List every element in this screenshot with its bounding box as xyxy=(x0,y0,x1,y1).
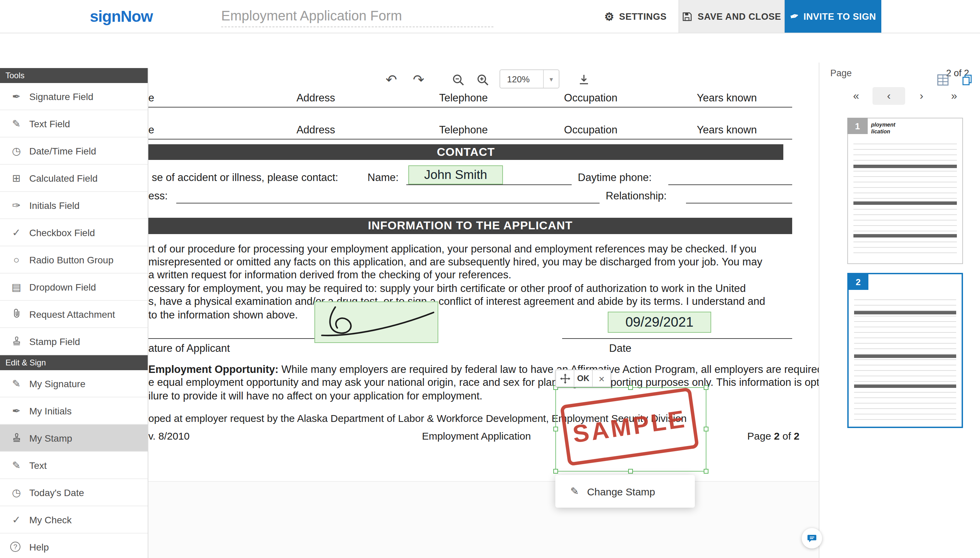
sidebar-item-checkbox-field[interactable]: ✓ Checkbox Field xyxy=(0,219,148,246)
sidebar-item-my-signature[interactable]: ✎ My Signature xyxy=(0,370,148,397)
sidebar-item-label: Radio Button Group xyxy=(29,254,114,265)
edit-sign-header: Edit & Sign xyxy=(0,355,148,370)
next-page-button[interactable]: › xyxy=(905,87,938,105)
sidebar-item-dropdown-field[interactable]: ▤ Dropdown Field xyxy=(0,274,148,301)
sidebar-item-datetime-field[interactable]: ◷ Date/Time Field xyxy=(0,138,148,165)
question-mark: ? xyxy=(10,542,20,552)
sidebar-item-calculated-field[interactable]: ⊞ Calculated Field xyxy=(0,165,148,192)
pages-panel: Page 2 of 2 « ‹ › » 1 ployment lication … xyxy=(819,62,980,558)
page-indicator: Page 2 of 2 xyxy=(747,430,799,441)
thumbnail-2-content xyxy=(854,295,956,421)
sidebar-item-my-initials[interactable]: ✒ My Initials xyxy=(0,397,148,425)
paragraph-line: s, have a physical examination and/or a … xyxy=(148,295,765,308)
thumbnail-1-title: ployment lication xyxy=(871,122,895,135)
name-label: Name: xyxy=(368,171,399,184)
col-header-address: Address xyxy=(296,92,335,104)
form-line xyxy=(176,203,599,204)
sidebar-item-label: Stamp Field xyxy=(29,336,80,347)
thumb-section-bar xyxy=(854,234,957,238)
sidebar-item-my-check[interactable]: ✓ My Check xyxy=(0,506,148,533)
sidebar-item-signature-field[interactable]: ✒ Signature Field xyxy=(0,83,148,110)
save-icon xyxy=(682,11,692,21)
chat-widget-button[interactable] xyxy=(802,528,822,548)
date-field-filled[interactable]: 09/29/2021 xyxy=(608,312,711,333)
save-and-close-button[interactable]: SAVE AND CLOSE xyxy=(678,0,785,33)
selection-handle[interactable] xyxy=(704,427,708,432)
prev-page-button[interactable]: ‹ xyxy=(872,87,905,105)
selection-handle[interactable] xyxy=(553,427,558,432)
sample-stamp[interactable]: SAMPLE xyxy=(560,387,699,466)
footer-title: Employment Application xyxy=(422,430,531,441)
fields-panel-button[interactable] xyxy=(934,71,951,89)
sidebar-item-todays-date[interactable]: ◷ Today's Date xyxy=(0,479,148,506)
signature-field-filled[interactable] xyxy=(314,302,438,343)
radio-circle-icon: ○ xyxy=(10,254,23,265)
sidebar-item-help[interactable]: ? Help xyxy=(0,533,148,558)
signature-caption: ature of Applicant xyxy=(148,342,230,354)
checkmark-icon: ✓ xyxy=(10,514,23,526)
zoom-in-button[interactable] xyxy=(474,71,491,89)
undo-button[interactable]: ↶ xyxy=(382,71,400,89)
contact-prefix: se of accident or illness, please contac… xyxy=(152,171,338,184)
sidebar-item-label: Request Attachment xyxy=(29,309,115,320)
col-header-occupation: Occupation xyxy=(564,124,617,136)
sidebar-item-label: Help xyxy=(29,541,49,552)
clock-icon: ◷ xyxy=(10,486,23,499)
paperclip-icon xyxy=(10,308,23,320)
feather-icon: ✒ xyxy=(788,9,800,23)
pencil-icon: ✎ xyxy=(10,117,23,130)
zoom-out-button[interactable] xyxy=(449,71,467,89)
name-field-filled[interactable]: John Smith xyxy=(408,165,503,184)
sidebar-item-radio-button-group[interactable]: ○ Radio Button Group xyxy=(0,246,148,274)
sidebar-item-text-field[interactable]: ✎ Text Field xyxy=(0,110,148,138)
settings-button[interactable]: ⚙ SETTINGS xyxy=(604,0,666,33)
form-line xyxy=(406,184,572,185)
move-handle[interactable] xyxy=(556,370,574,387)
thumbnail-1-number: 1 xyxy=(847,118,868,134)
download-button[interactable] xyxy=(575,71,593,89)
eeo-bold: Employment Opportunity: xyxy=(148,363,278,375)
sidebar-item-label: My Stamp xyxy=(29,432,72,443)
col-header-telephone: Telephone xyxy=(439,124,488,136)
redo-button[interactable]: ↷ xyxy=(410,71,427,89)
stamp-icon xyxy=(10,335,23,347)
pages-panel-button[interactable] xyxy=(958,71,976,89)
stamp-selection-box[interactable]: SAMPLE xyxy=(555,387,706,471)
page-thumbnail-2[interactable]: 2 xyxy=(847,273,963,428)
sidebar-item-stamp-field[interactable]: Stamp Field xyxy=(0,328,148,355)
page-thumbnail-1[interactable]: 1 ployment lication xyxy=(847,118,963,264)
ok-button[interactable]: OK xyxy=(574,370,592,387)
page-panel-label: Page xyxy=(830,68,852,78)
paragraph-line: rt of our procedure for processing your … xyxy=(148,243,757,255)
zoom-out-icon xyxy=(451,73,465,86)
signnow-logo: signNow xyxy=(90,8,153,26)
relationship-label: Relationship: xyxy=(606,190,666,202)
invite-to-sign-button[interactable]: ✒ INVITE TO SIGN xyxy=(785,0,882,33)
help-icon: ? xyxy=(10,542,23,552)
zoom-level-select[interactable]: 120% ▾ xyxy=(499,69,560,89)
first-page-button[interactable]: « xyxy=(840,87,872,105)
address-fragment: ess: xyxy=(148,190,168,202)
canvas-below-page xyxy=(148,481,819,558)
sidebar-item-label: My Signature xyxy=(29,378,85,389)
selection-handle[interactable] xyxy=(704,385,708,390)
stamp-mini-toolbar: OK × xyxy=(555,369,611,387)
selection-handle[interactable] xyxy=(628,385,633,390)
col-header-telephone: Telephone xyxy=(439,92,488,104)
sidebar-item-request-attachment[interactable]: Request Attachment xyxy=(0,301,148,328)
document-title-input[interactable]: Employment Application Form xyxy=(221,8,493,27)
eeo-line1: Employment Opportunity: While many emplo… xyxy=(148,363,835,376)
sidebar-item-my-stamp[interactable]: My Stamp xyxy=(0,425,148,452)
sidebar-item-label: My Initials xyxy=(29,405,71,416)
last-page-button[interactable]: » xyxy=(938,87,970,105)
sidebar-item-initials-field[interactable]: ✑ Initials Field xyxy=(0,192,148,219)
selection-handle[interactable] xyxy=(704,469,708,474)
selection-handle[interactable] xyxy=(628,469,633,474)
selection-handle[interactable] xyxy=(553,469,558,474)
sidebar-item-text[interactable]: ✎ Text xyxy=(0,452,148,479)
settings-label: SETTINGS xyxy=(619,11,666,21)
gear-icon: ⚙ xyxy=(604,10,614,23)
change-stamp-popup[interactable]: ✎ Change Stamp xyxy=(555,475,695,508)
thumb-section-bar xyxy=(854,384,956,388)
close-icon[interactable]: × xyxy=(592,370,611,387)
